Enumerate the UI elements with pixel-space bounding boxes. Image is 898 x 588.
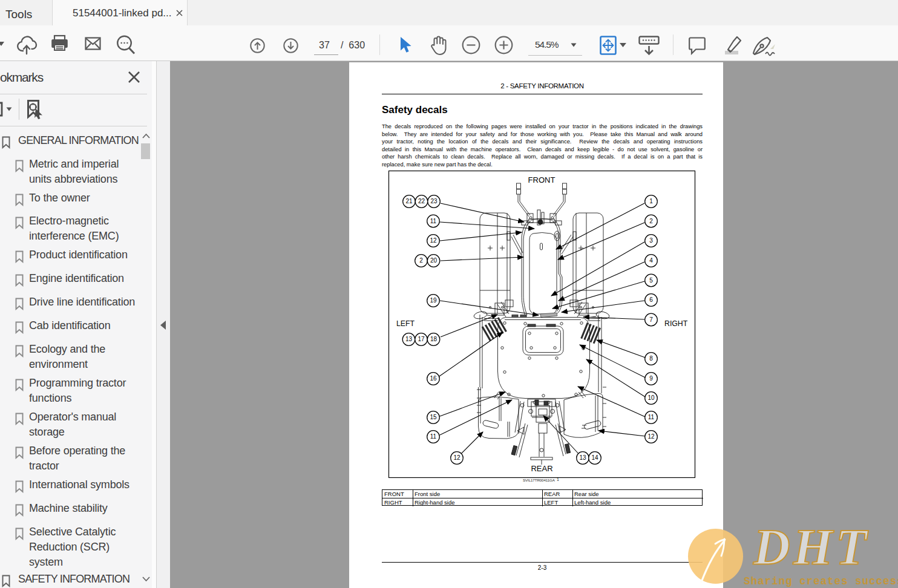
svg-text:13: 13 [405, 336, 413, 342]
svg-text:23: 23 [430, 198, 438, 204]
svg-text:8: 8 [649, 355, 653, 362]
svg-text:15: 15 [430, 414, 437, 420]
svg-text:LEFT: LEFT [396, 319, 415, 328]
svg-text:13: 13 [579, 454, 586, 461]
svg-text:4: 4 [649, 257, 653, 264]
svg-text:12: 12 [647, 433, 655, 440]
svg-text:6: 6 [649, 296, 653, 303]
svg-text:1: 1 [649, 198, 653, 204]
svg-text:21: 21 [405, 198, 413, 204]
svg-text:14: 14 [591, 454, 598, 461]
svg-text:12: 12 [453, 454, 460, 461]
svg-text:20: 20 [430, 257, 438, 264]
svg-text:REAR: REAR [531, 464, 552, 473]
svg-text:FRONT: FRONT [528, 175, 556, 185]
svg-text:3: 3 [649, 237, 653, 244]
svg-text:11: 11 [648, 414, 655, 420]
svg-text:17: 17 [418, 336, 425, 342]
svg-text:2: 2 [419, 257, 423, 264]
svg-text:16: 16 [430, 375, 437, 382]
svg-text:18: 18 [430, 336, 438, 342]
svg-text:2: 2 [649, 218, 653, 224]
svg-text:12: 12 [430, 237, 437, 244]
svg-text:9: 9 [649, 375, 653, 382]
svg-text:10: 10 [647, 394, 655, 401]
svg-text:19: 19 [430, 297, 437, 304]
svg-text:7: 7 [649, 316, 653, 323]
svg-text:11: 11 [430, 218, 437, 224]
svg-text:11: 11 [430, 433, 437, 440]
svg-text:5: 5 [649, 277, 653, 284]
svg-text:RIGHT: RIGHT [664, 319, 688, 328]
svg-text:22: 22 [418, 198, 425, 204]
